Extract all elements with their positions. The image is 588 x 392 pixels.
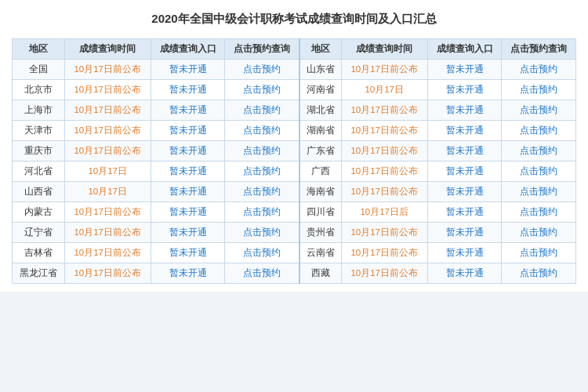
table-row: 山西省10月17日暂未开通点击预约海南省10月17日前公布暂未开通点击预约: [13, 182, 576, 202]
entry-link-left[interactable]: 暂未开通: [169, 125, 207, 135]
book-link-left[interactable]: 点击预约: [243, 166, 281, 176]
entry-link-right[interactable]: 暂未开通: [446, 146, 484, 155]
book-right[interactable]: 点击预约: [502, 182, 576, 202]
book-left[interactable]: 点击预约: [225, 223, 299, 243]
entry-link-right[interactable]: 暂未开通: [446, 166, 484, 176]
entry-left[interactable]: 暂未开通: [151, 162, 225, 182]
entry-link-left[interactable]: 暂未开通: [169, 105, 207, 114]
book-right[interactable]: 点击预约: [502, 100, 576, 121]
book-link-left[interactable]: 点击预约: [243, 85, 281, 94]
entry-link-left[interactable]: 暂未开通: [169, 64, 207, 74]
book-link-left[interactable]: 点击预约: [243, 248, 281, 257]
book-right[interactable]: 点击预约: [502, 223, 576, 243]
book-link-right[interactable]: 点击预约: [520, 248, 557, 257]
book-right[interactable]: 点击预约: [502, 243, 576, 263]
book-link-right[interactable]: 点击预约: [520, 85, 557, 94]
book-right[interactable]: 点击预约: [502, 141, 576, 162]
book-right[interactable]: 点击预约: [502, 121, 576, 141]
entry-right[interactable]: 暂未开通: [427, 182, 502, 202]
book-link-right[interactable]: 点击预约: [520, 207, 557, 216]
entry-left[interactable]: 暂未开通: [151, 121, 225, 141]
region-left: 辽宁省: [13, 223, 65, 243]
table-row: 辽宁省10月17日前公布暂未开通点击预约贵州省10月17日前公布暂未开通点击预约: [13, 223, 576, 243]
entry-link-right[interactable]: 暂未开通: [446, 187, 484, 196]
entry-link-left[interactable]: 暂未开通: [169, 166, 207, 176]
book-left[interactable]: 点击预约: [225, 60, 299, 80]
entry-link-right[interactable]: 暂未开通: [446, 85, 484, 94]
entry-link-right[interactable]: 暂未开通: [446, 227, 484, 237]
entry-link-left[interactable]: 暂未开通: [169, 85, 207, 94]
book-link-left[interactable]: 点击预约: [243, 227, 281, 237]
book-left[interactable]: 点击预约: [225, 141, 299, 162]
entry-left[interactable]: 暂未开通: [151, 243, 225, 263]
entry-left[interactable]: 暂未开通: [151, 223, 225, 243]
book-link-right[interactable]: 点击预约: [520, 166, 557, 176]
entry-link-right[interactable]: 暂未开通: [446, 105, 484, 114]
entry-right[interactable]: 暂未开通: [427, 162, 502, 182]
book-link-right[interactable]: 点击预约: [520, 105, 557, 114]
book-left[interactable]: 点击预约: [225, 202, 299, 223]
entry-right[interactable]: 暂未开通: [427, 80, 502, 100]
time-left: 10月17日前公布: [64, 80, 151, 100]
entry-right[interactable]: 暂未开通: [427, 100, 502, 121]
book-left[interactable]: 点击预约: [225, 243, 299, 263]
entry-left[interactable]: 暂未开通: [151, 60, 225, 80]
book-link-right[interactable]: 点击预约: [520, 227, 557, 237]
entry-left[interactable]: 暂未开通: [151, 80, 225, 100]
entry-right[interactable]: 暂未开通: [427, 60, 502, 80]
col-header-book-left: 点击预约查询: [225, 39, 299, 60]
entry-left[interactable]: 暂未开通: [151, 100, 225, 121]
book-link-left[interactable]: 点击预约: [243, 207, 281, 216]
entry-link-left[interactable]: 暂未开通: [169, 248, 207, 257]
entry-right[interactable]: 暂未开通: [427, 202, 502, 223]
book-link-left[interactable]: 点击预约: [243, 64, 281, 74]
entry-right[interactable]: 暂未开通: [427, 141, 502, 162]
book-link-left[interactable]: 点击预约: [243, 125, 281, 135]
book-link-right[interactable]: 点击预约: [520, 187, 557, 196]
book-right[interactable]: 点击预约: [502, 60, 576, 80]
book-right[interactable]: 点击预约: [502, 80, 576, 100]
entry-link-left[interactable]: 暂未开通: [169, 207, 207, 216]
entry-right[interactable]: 暂未开通: [427, 223, 502, 243]
book-link-right[interactable]: 点击预约: [520, 146, 557, 155]
entry-left[interactable]: 暂未开通: [151, 182, 225, 202]
book-left[interactable]: 点击预约: [225, 263, 299, 284]
book-left[interactable]: 点击预约: [225, 162, 299, 182]
entry-link-right[interactable]: 暂未开通: [446, 268, 484, 278]
entry-left[interactable]: 暂未开通: [151, 141, 225, 162]
region-left: 吉林省: [13, 243, 65, 263]
entry-left[interactable]: 暂未开通: [151, 202, 225, 223]
book-link-left[interactable]: 点击预约: [243, 268, 281, 278]
time-right: 10月17日前公布: [341, 223, 427, 243]
book-left[interactable]: 点击预约: [225, 182, 299, 202]
entry-link-right[interactable]: 暂未开通: [446, 207, 484, 216]
entry-link-right[interactable]: 暂未开通: [446, 125, 484, 135]
book-right[interactable]: 点击预约: [502, 202, 576, 223]
region-left: 重庆市: [13, 141, 65, 162]
book-link-left[interactable]: 点击预约: [243, 105, 281, 114]
entry-right[interactable]: 暂未开通: [427, 263, 502, 284]
book-link-left[interactable]: 点击预约: [243, 146, 281, 155]
main-table: 地区 成绩查询时间 成绩查询入口 点击预约查询 地区 成绩查询时间 成绩查询入口…: [12, 38, 576, 284]
time-left: 10月17日前公布: [64, 223, 151, 243]
book-link-right[interactable]: 点击预约: [520, 64, 557, 74]
entry-link-left[interactable]: 暂未开通: [169, 227, 207, 237]
entry-right[interactable]: 暂未开通: [427, 243, 502, 263]
book-right[interactable]: 点击预约: [502, 162, 576, 182]
book-link-right[interactable]: 点击预约: [520, 125, 557, 135]
entry-link-left[interactable]: 暂未开通: [169, 187, 207, 196]
entry-right[interactable]: 暂未开通: [427, 121, 502, 141]
book-link-right[interactable]: 点击预约: [520, 268, 557, 278]
region-left: 山西省: [13, 182, 65, 202]
book-left[interactable]: 点击预约: [225, 80, 299, 100]
entry-left[interactable]: 暂未开通: [151, 263, 225, 284]
entry-link-left[interactable]: 暂未开通: [169, 268, 207, 278]
table-body: 全国10月17日前公布暂未开通点击预约山东省10月17日前公布暂未开通点击预约北…: [13, 60, 576, 284]
book-link-left[interactable]: 点击预约: [243, 187, 281, 196]
entry-link-left[interactable]: 暂未开通: [169, 146, 207, 155]
book-right[interactable]: 点击预约: [502, 263, 576, 284]
entry-link-right[interactable]: 暂未开通: [446, 248, 484, 257]
book-left[interactable]: 点击预约: [225, 100, 299, 121]
entry-link-right[interactable]: 暂未开通: [446, 64, 484, 74]
book-left[interactable]: 点击预约: [225, 121, 299, 141]
